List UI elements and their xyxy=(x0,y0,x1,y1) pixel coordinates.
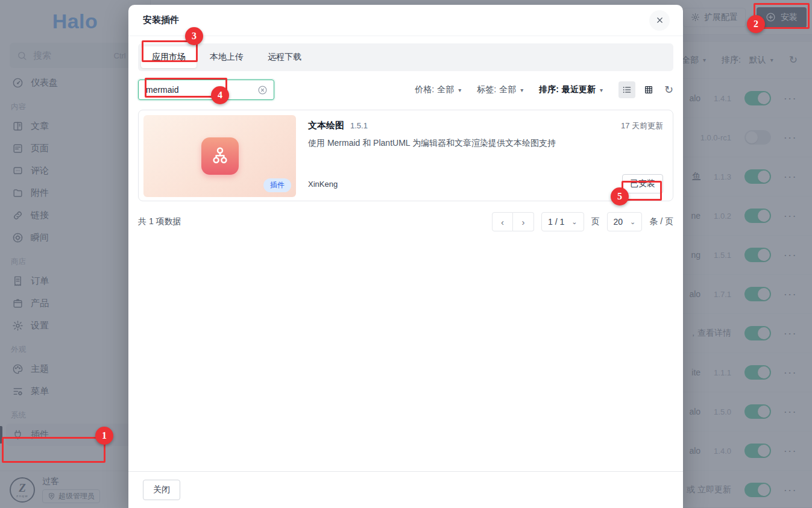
market-toolbar: mermaid 价格:全部▾ 标签:全部▾ 排序:最近更新▾ ↻ xyxy=(138,80,673,100)
modal-header: 安装插件 xyxy=(128,5,683,36)
installed-button[interactable]: 已安装 xyxy=(622,174,663,193)
page-select[interactable]: 1 / 1⌄ xyxy=(541,212,584,231)
market-search-input[interactable]: mermaid xyxy=(138,80,274,100)
plugin-author: XinKeng xyxy=(308,180,338,189)
tabbar: 应用市场本地上传远程下载 xyxy=(138,43,673,71)
tab-remote-download[interactable]: 远程下载 xyxy=(257,46,312,68)
list-view-button[interactable] xyxy=(618,81,635,98)
plugin-version: 1.5.1 xyxy=(350,121,368,130)
grid-view-button[interactable] xyxy=(640,81,657,98)
tab-app-market[interactable]: 应用市场 xyxy=(141,46,197,68)
chevron-down-icon: ⌄ xyxy=(571,218,577,226)
clear-icon[interactable] xyxy=(257,85,268,95)
price-filter[interactable]: 价格:全部▾ xyxy=(415,84,461,95)
market-search-value: mermaid xyxy=(146,85,178,95)
prev-page-button[interactable]: ‹ xyxy=(492,212,513,231)
pagination-total: 共 1 项数据 xyxy=(138,216,181,227)
install-plugin-modal: 安装插件 应用市场本地上传远程下载 mermaid 价格:全部▾ 标签:全部▾ … xyxy=(128,5,683,508)
next-page-button[interactable]: › xyxy=(513,212,534,231)
pagination: 共 1 项数据 ‹ › 1 / 1⌄ 页 20⌄ 条 / 页 xyxy=(138,212,673,231)
modal-body: 应用市场本地上传远程下载 mermaid 价格:全部▾ 标签:全部▾ 排序:最近… xyxy=(128,36,683,239)
modal-title: 安装插件 xyxy=(143,14,649,26)
tag-filter[interactable]: 标签:全部▾ xyxy=(477,84,523,95)
plugin-result-card[interactable]: 插件 文本绘图 1.5.1 17 天前更新 使用 Mermaid 和 Plant… xyxy=(138,110,673,201)
modal-footer: 关闭 xyxy=(128,471,683,508)
chevron-down-icon: ▾ xyxy=(520,87,523,93)
tab-local-upload[interactable]: 本地上传 xyxy=(199,46,254,68)
chevron-down-icon: ▾ xyxy=(458,87,461,93)
plugin-updated: 17 天前更新 xyxy=(621,121,663,131)
chevron-down-icon: ⌄ xyxy=(630,218,635,226)
plugin-type-badge: 插件 xyxy=(263,178,291,192)
plugin-description: 使用 Mermaid 和 PlantUML 为编辑器和文章渲染提供文本绘图支持 xyxy=(308,138,663,149)
sort-filter[interactable]: 排序:最近更新▾ xyxy=(539,84,603,95)
plugin-card-content: 文本绘图 1.5.1 17 天前更新 使用 Mermaid 和 PlantUML… xyxy=(308,115,668,196)
close-modal-button[interactable]: 关闭 xyxy=(143,480,180,500)
org-chart-icon xyxy=(210,146,230,166)
page-size-select[interactable]: 20⌄ xyxy=(607,212,643,231)
list-view-icon xyxy=(622,85,632,95)
chevron-down-icon: ▾ xyxy=(600,87,603,93)
diagram-icon xyxy=(201,137,239,175)
market-filters: 价格:全部▾ 标签:全部▾ 排序:最近更新▾ ↻ xyxy=(415,81,673,98)
market-refresh-icon[interactable]: ↻ xyxy=(664,83,673,96)
close-button[interactable] xyxy=(649,10,670,31)
plugin-name: 文本绘图 xyxy=(308,120,344,131)
view-switcher: ↻ xyxy=(618,81,673,98)
close-icon xyxy=(655,16,664,25)
grid-view-icon xyxy=(644,85,653,95)
plugin-thumbnail: 插件 xyxy=(143,115,296,197)
